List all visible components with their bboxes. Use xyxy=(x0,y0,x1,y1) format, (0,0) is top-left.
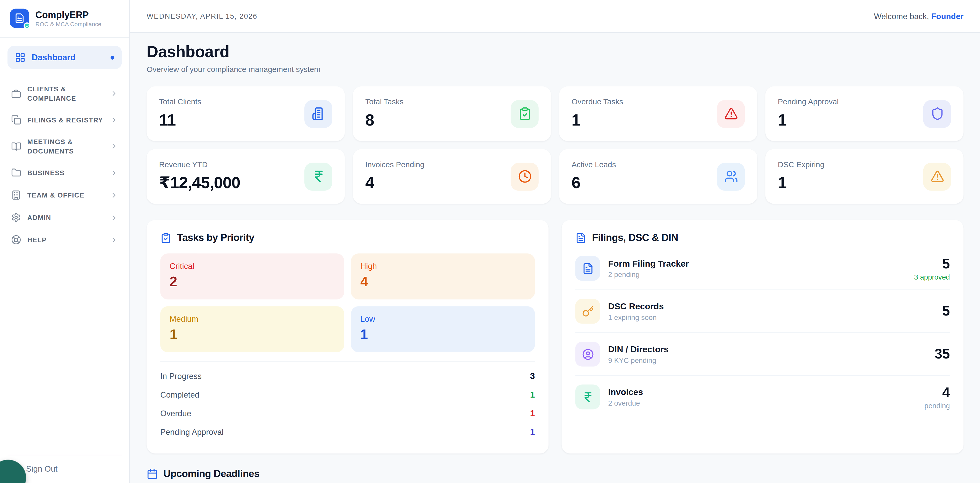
clipboard-check-icon xyxy=(160,232,171,243)
stat-label: Revenue YTD xyxy=(159,160,240,169)
file-text-icon xyxy=(575,232,586,243)
tasks-by-priority-panel: Tasks by Priority Critical 2 High 4 Medi… xyxy=(146,220,549,453)
status-label: In Progress xyxy=(160,371,202,380)
priority-value: 1 xyxy=(360,327,525,343)
stat-value: 6 xyxy=(571,173,616,192)
priority-tile-high[interactable]: High 4 xyxy=(351,253,535,299)
stat-card-total-clients[interactable]: Total Clients11 xyxy=(146,86,345,141)
stat-label: DSC Expiring xyxy=(778,160,824,169)
stat-card-total-tasks[interactable]: Total Tasks8 xyxy=(353,86,551,141)
priority-tile-critical[interactable]: Critical 2 xyxy=(160,253,344,299)
stat-card-pending-approval[interactable]: Pending Approval1 xyxy=(765,86,964,141)
briefcase-icon xyxy=(11,89,21,99)
chevron-right-icon xyxy=(110,191,118,199)
status-value: 1 xyxy=(530,427,535,437)
sidebar-item-meetings-documents[interactable]: MEETINGS & DOCUMENTS xyxy=(8,131,122,162)
stat-card-invoices-pending[interactable]: Invoices Pending4 xyxy=(353,149,551,204)
status-label: Overdue xyxy=(160,408,191,418)
filing-subtitle: 2 pending xyxy=(608,271,906,278)
sidebar-item-team-office[interactable]: TEAM & OFFICE xyxy=(8,184,122,206)
stat-value: ₹12,45,000 xyxy=(159,173,240,192)
priority-tile-medium[interactable]: Medium 1 xyxy=(160,306,344,352)
rupee-icon xyxy=(304,162,332,191)
stat-card-overdue-tasks[interactable]: Overdue Tasks1 xyxy=(559,86,757,141)
sidebar-nav: Dashboard CLIENTS & COMPLIANCE FILINGS &… xyxy=(0,38,129,454)
brand-tagline: ROC & MCA Compliance xyxy=(35,21,102,27)
main-area: WEDNESDAY, APRIL 15, 2026 Welcome back, … xyxy=(130,0,980,483)
sidebar-item-business[interactable]: BUSINESS xyxy=(8,162,122,184)
filing-row-invoices[interactable]: Invoices 2 overdue 4 pending xyxy=(575,376,950,418)
filing-row-din-directors[interactable]: DIN / Directors 9 KYC pending 35 xyxy=(575,333,950,376)
file-text-icon xyxy=(575,256,600,281)
priority-tile-low[interactable]: Low 1 xyxy=(351,306,535,352)
clock-icon xyxy=(511,162,539,191)
status-row-overdue: Overdue 1 xyxy=(160,404,535,423)
stat-value: 8 xyxy=(365,111,404,130)
chevron-right-icon xyxy=(110,116,118,124)
status-row-in-progress: In Progress 3 xyxy=(160,367,535,385)
filing-value: 4 xyxy=(924,384,950,401)
filing-row-dsc-records[interactable]: DSC Records 1 expiring soon 5 xyxy=(575,290,950,333)
priority-label: High xyxy=(360,261,525,271)
chevron-right-icon xyxy=(110,142,118,150)
sidebar-item-label: TEAM & OFFICE xyxy=(27,191,104,200)
upcoming-deadlines-header: Upcoming Deadlines xyxy=(146,469,963,480)
stat-label: Active Leads xyxy=(571,160,616,169)
stat-value: 1 xyxy=(778,173,824,192)
filing-subtitle: 9 KYC pending xyxy=(608,357,927,364)
stat-card-dsc-expiring[interactable]: DSC Expiring1 xyxy=(765,149,964,204)
stat-card-active-leads[interactable]: Active Leads6 xyxy=(559,149,757,204)
folder-icon xyxy=(11,168,21,178)
user-name-link[interactable]: Founder xyxy=(931,11,964,21)
priority-value: 1 xyxy=(170,327,335,343)
priority-label: Medium xyxy=(170,314,335,324)
stat-value: 1 xyxy=(778,111,839,130)
sidebar-item-label: MEETINGS & DOCUMENTS xyxy=(27,137,104,156)
status-row-completed: Completed 1 xyxy=(160,385,535,404)
users-icon xyxy=(717,162,745,191)
brand-logo-icon xyxy=(10,9,29,28)
calendar-icon xyxy=(146,469,158,480)
stat-label: Pending Approval xyxy=(778,98,839,106)
alert-triangle-icon xyxy=(717,100,745,128)
priority-value: 4 xyxy=(360,274,525,290)
sidebar-item-help[interactable]: HELP xyxy=(8,229,122,251)
priority-label: Low xyxy=(360,314,525,324)
stat-card-revenue-ytd[interactable]: Revenue YTD₹12,45,000 xyxy=(146,149,345,204)
priority-label: Critical xyxy=(170,261,335,271)
check-badge-icon xyxy=(24,22,30,29)
gear-icon xyxy=(11,213,21,222)
filing-row-form-filing-tracker[interactable]: Form Filing Tracker 2 pending 5 3 approv… xyxy=(575,247,950,290)
sidebar-item-admin[interactable]: ADMIN xyxy=(8,206,122,229)
chevron-right-icon xyxy=(110,213,118,222)
dashboard-columns: Tasks by Priority Critical 2 High 4 Medi… xyxy=(146,220,963,453)
sidebar-item-clients-compliance[interactable]: CLIENTS & COMPLIANCE xyxy=(8,78,122,109)
app-root: ComplyERP ROC & MCA Compliance Dashboard… xyxy=(0,0,980,483)
page-content: Dashboard Overview of your compliance ma… xyxy=(130,33,980,483)
life-buoy-icon xyxy=(11,235,21,245)
status-value: 1 xyxy=(530,408,535,418)
stat-label: Overdue Tasks xyxy=(571,98,623,106)
topbar: WEDNESDAY, APRIL 15, 2026 Welcome back, … xyxy=(130,0,980,33)
sidebar-item-dashboard[interactable]: Dashboard xyxy=(8,46,122,69)
brand: ComplyERP ROC & MCA Compliance xyxy=(0,0,129,38)
stat-value: 1 xyxy=(571,111,623,130)
dashboard-grid-icon xyxy=(15,52,25,63)
shield-icon xyxy=(923,100,951,128)
stat-value: 4 xyxy=(365,173,424,192)
stat-grid: Total Clients11 Total Tasks8 Overdue Tas… xyxy=(146,86,963,204)
book-open-icon xyxy=(11,141,21,151)
panel-title: Filings, DSC & DIN xyxy=(592,232,678,243)
stat-label: Invoices Pending xyxy=(365,160,424,169)
welcome-prefix: Welcome back, xyxy=(874,11,931,21)
priority-value: 2 xyxy=(170,274,335,290)
user-circle-icon xyxy=(575,342,600,367)
status-label: Completed xyxy=(160,390,199,399)
sidebar-item-label: HELP xyxy=(27,235,104,245)
filing-title: DSC Records xyxy=(608,301,934,311)
files-icon xyxy=(11,115,21,125)
stat-value: 11 xyxy=(159,111,201,130)
alert-triangle-icon xyxy=(923,162,951,191)
sidebar-item-label: Dashboard xyxy=(32,53,104,62)
sidebar-item-filings-registry[interactable]: FILINGS & REGISTRY xyxy=(8,109,122,131)
